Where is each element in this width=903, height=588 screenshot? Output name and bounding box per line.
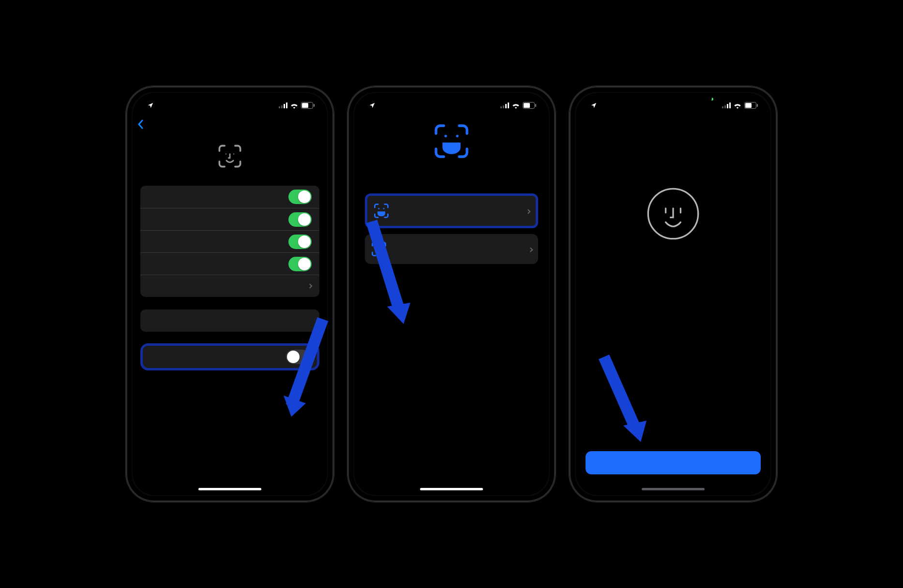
cellular-icon [722,103,731,108]
content-area [354,114,549,468]
face-outline-icon [647,187,700,240]
svg-point-20 [376,247,377,248]
svg-rect-11 [505,104,507,108]
svg-rect-3 [286,103,287,108]
svg-point-18 [378,208,379,209]
battery-icon [301,102,315,109]
alternate-appearance-group [140,309,319,332]
location-icon [369,102,376,109]
svg-rect-5 [314,104,315,107]
content-area [133,136,327,485]
svg-rect-22 [722,106,723,108]
wifi-icon [290,102,299,109]
svg-rect-12 [508,103,509,108]
face-scan-ring [601,141,746,286]
chevron-right-icon [528,248,533,252]
wifi-icon [733,102,742,109]
footer-alt [140,332,319,342]
battery-icon [744,102,758,109]
svg-rect-6 [302,103,308,108]
face-id-mask-icon [373,203,390,219]
face-id-icon [217,143,243,169]
svg-point-16 [444,135,447,137]
row-itunes-app-store[interactable] [140,208,319,230]
svg-rect-9 [500,106,502,108]
toggle-itunes[interactable] [288,212,312,227]
svg-rect-0 [279,106,280,108]
svg-point-17 [456,135,458,137]
svg-rect-25 [729,103,731,108]
face-id-mask-icon [432,122,471,161]
toggle-faceid-mask[interactable] [286,350,309,364]
svg-rect-14 [535,104,536,107]
svg-point-21 [381,247,382,248]
use-faceid-group [140,186,319,297]
svg-rect-27 [757,104,758,107]
chevron-right-icon [308,284,313,289]
location-icon [147,102,154,109]
location-icon [590,102,597,109]
phone-frame-2 [347,86,556,502]
svg-rect-10 [503,105,504,108]
toggle-autofill[interactable] [288,257,312,271]
svg-point-19 [383,208,385,209]
cellular-icon [500,103,509,108]
row-use-faceid-with-mask[interactable] [143,346,317,368]
battery-icon [523,102,536,109]
get-started-button[interactable] [586,451,761,474]
chevron-left-icon [137,119,143,129]
footer-mask [140,370,319,376]
row-password-autofill[interactable] [140,252,319,275]
home-indicator[interactable] [642,488,705,490]
option-dont-use-with-mask[interactable] [365,234,538,264]
svg-rect-15 [524,103,530,108]
wifi-icon [512,102,520,109]
back-button[interactable] [137,119,144,129]
setup-later-link[interactable] [354,468,549,485]
mask-group-highlighted [140,343,319,370]
svg-point-7 [226,153,226,154]
svg-point-8 [233,153,234,154]
svg-rect-28 [745,103,752,108]
svg-rect-23 [724,105,726,108]
chevron-right-icon [526,209,531,214]
notch [634,93,712,107]
phone-frame-3 [569,86,777,502]
home-indicator[interactable] [198,488,261,490]
phone-frame-1 [126,86,334,502]
how-to-description [660,301,687,306]
nav-bar [576,114,770,136]
option-use-with-mask[interactable] [365,193,538,228]
row-iphone-unlock[interactable] [140,186,319,208]
svg-rect-2 [284,104,285,108]
face-id-icon [371,241,387,257]
toggle-iphone-unlock[interactable] [288,190,312,204]
nav-bar [133,114,327,136]
row-alternate-appearance[interactable] [140,309,319,332]
footer-about [140,297,319,308]
row-wallet-apple-pay[interactable] [140,230,319,252]
notch [191,93,269,107]
svg-rect-1 [281,105,283,108]
svg-rect-24 [727,104,728,108]
cellular-icon [279,103,287,108]
row-other-apps[interactable] [140,275,319,297]
home-indicator[interactable] [420,488,483,490]
section-header [140,182,319,186]
notch [413,93,490,107]
toggle-wallet[interactable] [288,235,312,249]
